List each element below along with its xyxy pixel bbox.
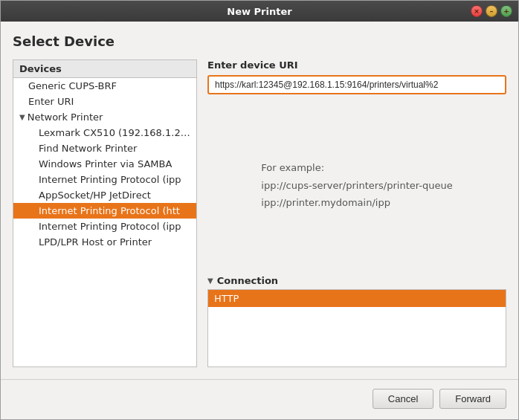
sidebar-item-lexmark[interactable]: Lexmark CX510 (192.168.1.25)	[13, 125, 196, 140]
maximize-button[interactable]: +	[500, 5, 512, 17]
uri-input[interactable]	[207, 75, 506, 94]
cancel-button[interactable]: Cancel	[373, 389, 433, 409]
connection-section-label: ▼ Connection	[207, 275, 506, 286]
sidebar-item-find-network-printer[interactable]: Find Network Printer	[13, 140, 196, 156]
sidebar-item-lpd[interactable]: LPD/LPR Host or Printer	[13, 234, 196, 250]
connection-collapse-arrow-icon[interactable]: ▼	[207, 277, 213, 285]
main-content: Devices Generic CUPS-BRF Enter URI ▼ Net…	[13, 59, 506, 367]
sidebar-item-ipp-http[interactable]: Internet Printing Protocol (htt	[13, 203, 196, 219]
sidebar-item-generic-cups-brf[interactable]: Generic CUPS-BRF	[13, 78, 196, 94]
minimize-button[interactable]: –	[486, 5, 497, 17]
forward-button[interactable]: Forward	[439, 389, 506, 409]
dialog-body: Select Device Devices Generic CUPS-BRF E…	[1, 22, 518, 379]
sidebar-item-ipp1[interactable]: Internet Printing Protocol (ipp	[13, 172, 196, 187]
example-line-1: ipp://cups-server/printers/printer-queue	[261, 177, 452, 194]
dialog-window: New Printer × – + Select Device Devices …	[0, 0, 519, 420]
connection-item-http[interactable]: HTTP	[208, 290, 506, 307]
sidebar-item-appsocket[interactable]: AppSocket/HP JetDirect	[13, 187, 196, 203]
devices-header: Devices	[13, 60, 196, 78]
expand-arrow-icon: ▼	[19, 113, 25, 121]
close-button[interactable]: ×	[471, 5, 483, 17]
titlebar-title: New Printer	[227, 6, 291, 17]
right-panel: Enter device URI For example: ipp://cups…	[207, 59, 506, 367]
sidebar-item-network-printer[interactable]: ▼ Network Printer	[13, 109, 196, 125]
example-line-2: ipp://printer.mydomain/ipp	[261, 194, 452, 211]
sidebar-item-ipp2[interactable]: Internet Printing Protocol (ipp	[13, 219, 196, 234]
sidebar-item-enter-uri[interactable]: Enter URI	[13, 94, 196, 109]
uri-section: Enter device URI	[207, 59, 506, 94]
devices-panel: Devices Generic CUPS-BRF Enter URI ▼ Net…	[13, 59, 197, 367]
network-printer-label: Network Printer	[28, 112, 103, 123]
example-label: For example:	[261, 159, 452, 176]
titlebar: New Printer × – +	[1, 1, 518, 22]
titlebar-controls: × – +	[471, 5, 512, 17]
example-section: For example: ipp://cups-server/printers/…	[207, 102, 506, 269]
connection-section: ▼ Connection HTTP	[207, 275, 506, 367]
uri-label: Enter device URI	[207, 59, 506, 71]
dialog-footer: Cancel Forward	[1, 379, 518, 419]
sidebar-item-windows-printer-samba[interactable]: Windows Printer via SAMBA	[13, 156, 196, 172]
page-title: Select Device	[13, 33, 506, 49]
connection-list: HTTP	[207, 289, 506, 367]
